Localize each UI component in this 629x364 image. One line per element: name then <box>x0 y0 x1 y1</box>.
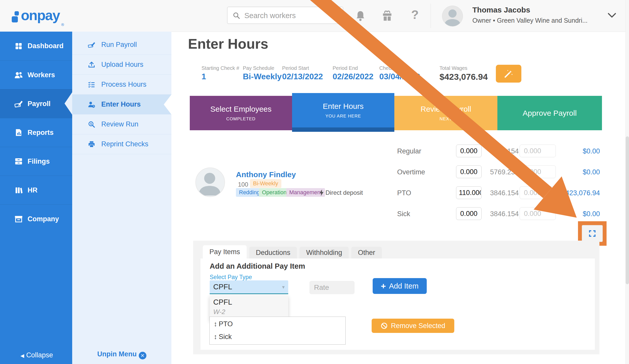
pto-extra-input[interactable] <box>520 186 556 199</box>
pto-hours-input[interactable] <box>456 186 482 199</box>
notifications-bell-icon[interactable] <box>355 10 366 22</box>
tab-pay-items[interactable]: Pay Items <box>203 245 247 258</box>
check-date-value[interactable]: 03/04/2022 <box>379 72 420 81</box>
plus-icon: + <box>381 281 386 291</box>
step-title: Enter Hours <box>323 102 363 111</box>
sidebar-item-workers[interactable]: Workers <box>0 60 72 89</box>
step-title: Select Employees <box>210 105 271 113</box>
rate-input[interactable] <box>309 281 355 294</box>
submenu-item-reprint-checks[interactable]: Reprint Checks <box>72 134 171 154</box>
sidebar-item-payroll[interactable]: Payroll <box>0 89 72 118</box>
user-avatar[interactable] <box>442 6 463 27</box>
tab-withholding[interactable]: Withholding <box>299 247 349 258</box>
sidebar-item-company[interactable]: Company <box>0 204 72 233</box>
onpay-app: onpay ® ? Thomas Jacobs <box>0 0 629 364</box>
sidebar-item-label: Dashboard <box>28 42 64 50</box>
period-end-value[interactable]: 02/26/2022 <box>333 72 373 81</box>
sick-hours-input[interactable] <box>456 207 482 220</box>
pay-schedule-value[interactable]: Bi-Weekly <box>243 72 282 81</box>
overtime-extra-input[interactable] <box>520 165 556 178</box>
starting-check-value[interactable]: 1 <box>202 72 206 81</box>
help-icon[interactable]: ? <box>411 8 419 22</box>
magnifier-dollar-icon: $ <box>87 121 96 128</box>
onpay-logo[interactable]: onpay <box>21 7 60 23</box>
overtime-hours-input[interactable] <box>456 165 482 178</box>
step-review-payroll[interactable]: Review Payroll NEXT <box>394 96 497 130</box>
pay-item-tabs: Pay Items Deductions Withholding Other <box>203 245 382 258</box>
drag-handle-icon: ↕ <box>214 333 217 341</box>
regular-extra-input[interactable] <box>520 145 556 157</box>
sick-extra-input[interactable] <box>520 207 556 220</box>
collapse-sidebar-button[interactable]: ◀Collapse <box>20 351 53 359</box>
submenu-item-label: Run Payroll <box>101 41 137 49</box>
step-current-strip <box>292 127 394 132</box>
sidebar-item-reports[interactable]: Reports <box>0 118 72 147</box>
tab-deductions[interactable]: Deductions <box>249 247 297 258</box>
submenu-item-label: Upload Hours <box>101 61 143 69</box>
pay-schedule-label: Pay Schedule <box>243 65 274 71</box>
step-approve-payroll[interactable]: Approve Payroll <box>497 96 602 130</box>
sidebar-item-label: HR <box>28 186 37 194</box>
step-status: NEXT <box>439 116 452 122</box>
sidebar-item-filings[interactable]: Filings <box>0 147 72 176</box>
employee-schedule-badge: Bi-Weekly <box>250 179 281 188</box>
search-input[interactable] <box>244 7 342 24</box>
payroll-icon <box>14 100 23 108</box>
regular-hours-input[interactable] <box>456 145 482 157</box>
step-enter-hours[interactable]: Enter Hours YOU ARE HERE <box>292 93 394 132</box>
step-select-employees[interactable]: Select Employees COMPLETED <box>190 96 292 130</box>
overtime-amount: $0.00 <box>551 168 600 176</box>
submenu-item-label: Process Hours <box>101 81 146 88</box>
workers-icon <box>14 71 23 79</box>
total-wages-label: Total Wages <box>439 65 467 71</box>
step-title: Review Payroll <box>421 105 471 113</box>
gift-icon[interactable] <box>382 10 393 21</box>
list-item-pto[interactable]: ↕PTO <box>214 320 233 328</box>
total-wages-value: $423,076.94 <box>439 72 488 82</box>
magic-wand-icon <box>504 69 514 79</box>
period-start-value[interactable]: 02/13/2022 <box>282 72 323 81</box>
topbar-divider <box>431 4 431 28</box>
add-item-button[interactable]: + Add Item <box>373 278 427 294</box>
submenu-item-process-hours[interactable]: Process Hours <box>72 75 171 95</box>
period-end-label: Period End <box>333 65 358 71</box>
drag-handle-icon: ↕ <box>214 320 217 328</box>
dropdown-option-cpfl[interactable]: CPFL <box>213 298 288 306</box>
sidebar-item-dashboard[interactable]: Dashboard <box>0 32 72 60</box>
sidebar-item-label: Payroll <box>28 100 51 108</box>
submenu-item-label: Reprint Checks <box>101 140 148 148</box>
reports-icon <box>14 128 23 137</box>
sidebar-item-label: Company <box>28 215 59 223</box>
sidebar-item-label: Workers <box>28 71 55 79</box>
step-status: YOU ARE HERE <box>325 114 361 119</box>
hr-icon <box>14 186 23 194</box>
tab-other[interactable]: Other <box>351 247 382 258</box>
list-item-sick[interactable]: ↕Sick <box>214 333 232 341</box>
scrollbar-thumb[interactable] <box>626 136 629 284</box>
sidebar-active-wedge <box>65 92 72 115</box>
employee-name-link[interactable]: Anthony Findley <box>236 170 296 179</box>
submenu-item-upload-hours[interactable]: Upload Hours <box>72 55 171 75</box>
employee-avatar <box>195 167 225 197</box>
unpin-menu-button[interactable]: Unpin Menu✕ <box>72 350 171 359</box>
remove-selected-button[interactable]: Remove Selected <box>372 319 454 333</box>
submenu-item-run-payroll[interactable]: Run Payroll <box>72 35 171 55</box>
submenu-item-enter-hours[interactable]: Enter Hours <box>72 95 171 114</box>
sidebar-item-label: Filings <box>28 158 50 165</box>
employee-avatar-placeholder <box>196 168 223 196</box>
filings-icon <box>14 157 23 165</box>
page-title: Enter Hours <box>188 36 268 52</box>
user-subtitle: Owner • Green Valley Wine and Sundri... <box>472 17 588 24</box>
regular-rate: 3846.154 <box>488 147 520 155</box>
autofill-wand-button[interactable] <box>496 65 521 83</box>
submenu-item-review-run[interactable]: $ Review Run <box>72 114 171 134</box>
expand-fullscreen-button[interactable] <box>582 225 603 242</box>
svg-text:$: $ <box>90 122 92 125</box>
submenu-item-label: Review Run <box>101 120 139 128</box>
sidebar-item-hr[interactable]: HR <box>0 176 72 204</box>
sick-amount: $0.00 <box>551 210 600 218</box>
search-workers-box[interactable] <box>227 7 343 24</box>
pay-type-select[interactable]: CPFL ▾ <box>210 280 288 294</box>
chevron-down-icon[interactable] <box>608 12 616 18</box>
direct-deposit-indicator: Direct deposit <box>319 189 363 196</box>
